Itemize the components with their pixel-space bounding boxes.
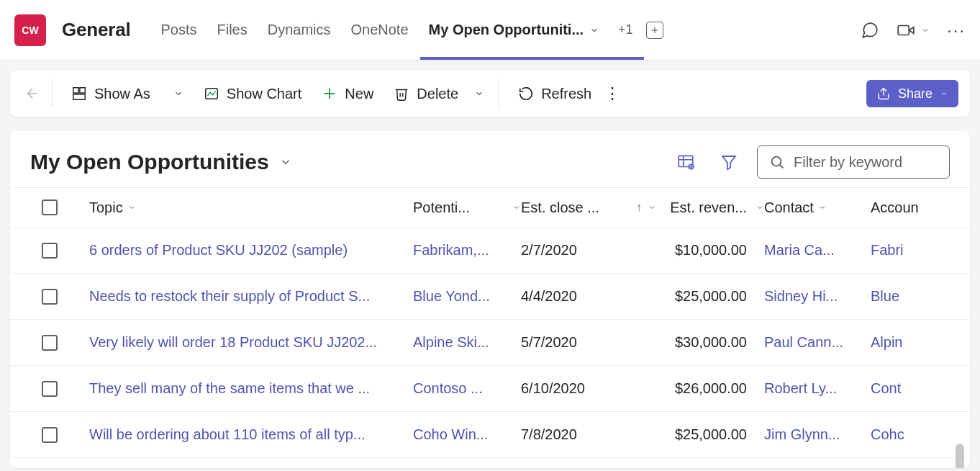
select-all-checkbox[interactable] [42, 199, 58, 215]
search-icon [769, 154, 785, 170]
channel-name[interactable]: General [62, 19, 130, 41]
svg-line-20 [780, 165, 783, 168]
cell-customer[interactable]: Coho Win... [413, 426, 521, 443]
row-checkbox[interactable] [42, 243, 58, 259]
table-row[interactable]: Needs to restock their supply of Product… [10, 274, 970, 320]
share-icon [876, 86, 891, 101]
cell-account[interactable]: Cont [871, 380, 957, 397]
tab-files[interactable]: Files [207, 0, 257, 60]
column-header-topic[interactable]: Topic [89, 199, 413, 216]
cell-customer[interactable]: Fabrikam,... [413, 242, 521, 259]
column-header-close-date[interactable]: Est. close ... ↑ [521, 199, 656, 216]
table-row[interactable]: 6 orders of Product SKU JJ202 (sample) F… [10, 228, 970, 274]
column-label: Contact [764, 199, 814, 216]
cell-topic[interactable]: Very likely will order 18 Product SKU JJ… [89, 334, 413, 351]
trash-icon [394, 86, 409, 102]
add-tab-button[interactable] [646, 22, 663, 39]
scrollbar-thumb[interactable] [956, 444, 964, 468]
column-label: Accoun [871, 199, 919, 216]
chevron-down-icon [756, 203, 764, 212]
tab-posts[interactable]: Posts [150, 0, 207, 60]
chevron-down-icon [940, 89, 948, 98]
cell-account[interactable]: Blue [871, 288, 957, 305]
sort-asc-icon: ↑ [636, 201, 642, 214]
chat-icon[interactable] [861, 21, 879, 40]
cell-customer[interactable]: Alpine Ski... [413, 334, 521, 351]
table-row[interactable]: Very likely will order 18 Product SKU JJ… [10, 320, 970, 366]
new-button[interactable]: New [312, 86, 384, 102]
show-chart-button[interactable]: Show Chart [194, 86, 312, 102]
column-label: Topic [89, 199, 123, 216]
cell-topic[interactable]: Will be ordering about 110 items of all … [89, 426, 413, 443]
back-button [22, 83, 43, 104]
tab-dynamics[interactable]: Dynamics [258, 0, 341, 60]
column-header-account[interactable]: Accoun [871, 199, 957, 216]
filter-icon[interactable] [720, 153, 738, 171]
table-row[interactable]: They sell many of the same items that we… [10, 366, 970, 412]
opportunities-grid: Topic Potenti... Est. close ... ↑ [10, 187, 970, 458]
filter-input[interactable] [794, 154, 938, 171]
column-header-customer[interactable]: Potenti... [413, 199, 521, 216]
cell-topic[interactable]: 6 orders of Product SKU JJ202 (sample) [89, 242, 413, 259]
tab-my-open-opportunities[interactable]: My Open Opportuniti... [419, 0, 610, 60]
table-row[interactable]: Will be ordering about 110 items of all … [10, 412, 970, 458]
tab-strip: Posts Files Dynamics OneNote My Open Opp… [150, 0, 609, 60]
cell-topic[interactable]: Needs to restock their supply of Product… [89, 288, 413, 305]
video-icon[interactable] [897, 21, 915, 40]
column-label: Est. reven... [670, 199, 747, 216]
chevron-down-icon[interactable] [589, 25, 599, 35]
cell-contact[interactable]: Paul Cann... [764, 334, 871, 351]
cell-topic[interactable]: They sell many of the same items that we… [89, 380, 413, 397]
edit-columns-icon[interactable] [676, 153, 695, 171]
more-icon[interactable]: ··· [947, 21, 966, 40]
chevron-down-icon [173, 89, 183, 99]
cell-customer[interactable]: Contoso ... [413, 380, 521, 397]
grid-header: Topic Potenti... Est. close ... ↑ [10, 187, 970, 228]
column-label: Est. close ... [521, 199, 599, 216]
show-as-button[interactable]: Show As [61, 86, 194, 102]
share-button[interactable]: Share [866, 80, 958, 107]
svg-marker-3 [909, 27, 914, 33]
command-bar: Show As Show Chart New Delete [10, 71, 970, 117]
row-checkbox[interactable] [42, 335, 58, 351]
chevron-down-icon [648, 203, 656, 212]
show-as-label: Show As [94, 86, 150, 102]
data-panel: My Open Opportunities [10, 131, 970, 468]
tab-overflow-count[interactable]: +1 [618, 22, 633, 37]
view-selector[interactable]: My Open Opportunities [30, 150, 292, 174]
svg-rect-7 [73, 94, 86, 99]
chevron-down-icon[interactable] [921, 26, 930, 35]
cell-contact[interactable]: Robert Ly... [764, 380, 871, 397]
share-label: Share [898, 86, 933, 102]
chevron-down-icon [279, 156, 292, 169]
show-chart-label: Show Chart [227, 86, 302, 102]
refresh-button[interactable]: Refresh [508, 86, 602, 102]
delete-button[interactable]: Delete [384, 86, 468, 102]
row-checkbox[interactable] [42, 381, 58, 397]
filter-box[interactable] [757, 145, 950, 179]
cell-account[interactable]: Alpin [871, 334, 957, 351]
svg-point-19 [772, 157, 781, 166]
cell-revenue: $25,000.00 [656, 426, 764, 443]
cell-close-date: 7/8/2020 [521, 426, 656, 443]
team-badge[interactable]: CW [14, 14, 46, 46]
svg-rect-6 [80, 88, 85, 93]
row-checkbox[interactable] [42, 427, 58, 443]
column-header-contact[interactable]: Contact [764, 199, 871, 216]
svg-marker-18 [722, 156, 735, 169]
cell-contact[interactable]: Maria Ca... [764, 242, 871, 259]
delete-label: Delete [417, 86, 458, 102]
tab-onenote[interactable]: OneNote [341, 0, 419, 60]
row-checkbox[interactable] [42, 289, 58, 305]
cell-close-date: 6/10/2020 [521, 380, 656, 397]
cell-account[interactable]: Cohc [871, 426, 957, 443]
delete-split-button[interactable] [468, 89, 490, 99]
column-header-revenue[interactable]: Est. reven... [656, 199, 764, 216]
overflow-button[interactable]: ⋮ [602, 84, 623, 103]
cell-account[interactable]: Fabri [871, 242, 957, 259]
cell-customer[interactable]: Blue Yond... [413, 288, 521, 305]
cell-revenue: $10,000.00 [656, 242, 764, 259]
tab-label: My Open Opportuniti... [429, 22, 584, 38]
cell-contact[interactable]: Sidney Hi... [764, 288, 871, 305]
cell-contact[interactable]: Jim Glynn... [764, 426, 871, 443]
